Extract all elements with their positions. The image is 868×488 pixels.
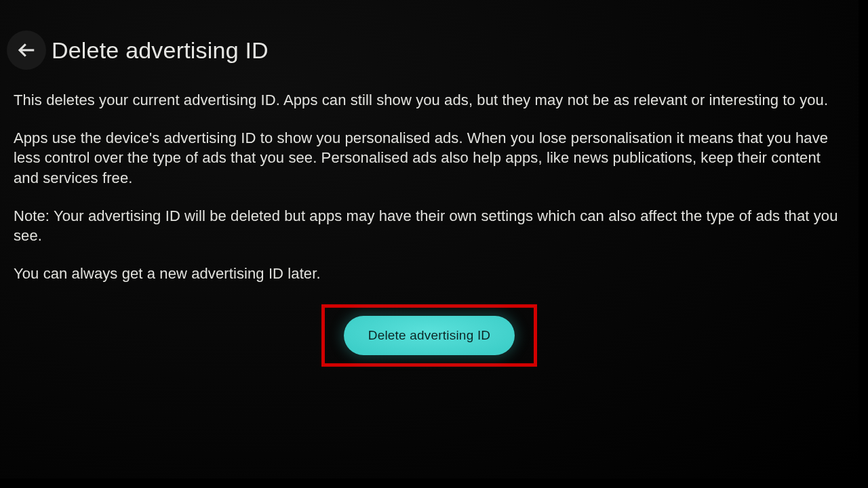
description-paragraph-2: Apps use the device's advertising ID to … [14,128,845,188]
description-paragraph-3: Note: Your advertising ID will be delete… [14,206,845,246]
delete-advertising-id-button[interactable]: Delete advertising ID [344,316,515,355]
settings-screen: Delete advertising ID This deletes your … [0,0,859,479]
arrow-left-icon [16,40,37,60]
action-row: Delete advertising ID [14,304,845,367]
page-title: Delete advertising ID [52,37,269,64]
content-body: This deletes your current advertising ID… [0,90,859,367]
header: Delete advertising ID [0,0,859,90]
back-button[interactable] [7,30,46,70]
highlight-annotation: Delete advertising ID [321,304,538,367]
description-paragraph-1: This deletes your current advertising ID… [14,90,845,110]
description-paragraph-4: You can always get a new advertising ID … [14,264,845,284]
